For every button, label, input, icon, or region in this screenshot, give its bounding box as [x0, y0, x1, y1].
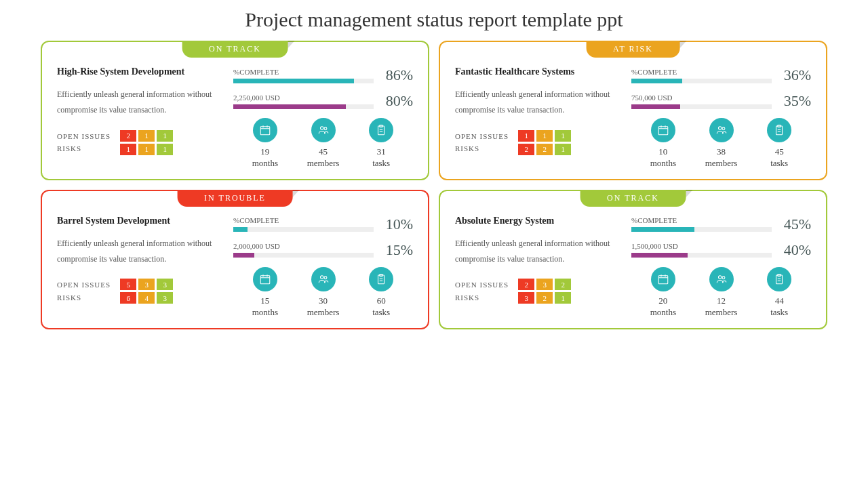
project-desc: Efficiently unleash general information … — [57, 87, 220, 118]
chip: 1 — [157, 130, 173, 142]
open-issues-label: OPEN ISSUES — [57, 279, 111, 291]
complete-pct: 36% — [778, 66, 811, 84]
issues-chips: 211 — [120, 130, 173, 142]
budget-label: 2,000,000 USD — [233, 242, 374, 250]
issues-chips: 232 — [518, 279, 571, 290]
chip: 1 — [157, 144, 173, 155]
members-value: 30members — [294, 296, 353, 319]
status-card: IN TROUBLE Barrel System Development Eff… — [41, 190, 429, 329]
svg-point-10 — [324, 127, 327, 130]
chip: 2 — [536, 292, 553, 304]
svg-point-9 — [320, 127, 323, 130]
status-tab: AT RISK — [586, 41, 680, 58]
budget-bar — [631, 104, 772, 109]
risks-label: RISKS — [57, 291, 111, 304]
complete-label: %COMPLETE — [233, 68, 374, 76]
svg-point-24 — [718, 127, 722, 130]
chip: 1 — [120, 144, 136, 155]
complete-pct: 45% — [778, 216, 811, 233]
chip: 2 — [536, 144, 553, 155]
chip: 3 — [536, 279, 553, 290]
budget-bar — [233, 104, 374, 109]
calendar-icon — [651, 118, 675, 142]
complete-label: %COMPLETE — [631, 216, 772, 224]
budget-pct: 80% — [380, 92, 413, 110]
chip: 1 — [138, 144, 155, 155]
budget-label: 750,000 USD — [631, 94, 772, 102]
chip: 2 — [120, 130, 136, 142]
budget-pct: 15% — [380, 241, 413, 259]
risks-chips: 321 — [518, 292, 571, 304]
svg-point-40 — [324, 277, 327, 279]
chip: 1 — [536, 130, 553, 142]
chip: 1 — [555, 292, 571, 304]
open-issues-label: OPEN ISSUES — [57, 130, 111, 143]
svg-rect-45 — [658, 276, 668, 284]
chip: 5 — [120, 279, 136, 290]
project-title: Fantastic Healthcare Systems — [455, 66, 618, 77]
chip: 2 — [518, 279, 534, 290]
tasks-value: 45tasks — [750, 146, 808, 169]
project-desc: Efficiently unleash general information … — [455, 87, 618, 118]
complete-bar — [233, 79, 374, 83]
project-title: Barrel System Development — [57, 216, 220, 226]
tasks-value: 31tasks — [352, 146, 410, 169]
complete-pct: 10% — [380, 216, 413, 233]
members-value: 38members — [692, 146, 751, 169]
calendar-icon — [651, 267, 675, 291]
page-title: Project management status report templat… — [41, 8, 827, 31]
status-tab: ON TRACK — [182, 41, 288, 58]
members-icon — [311, 267, 336, 291]
chip: 3 — [157, 292, 173, 304]
months-value: 20months — [634, 296, 692, 319]
tasks-value: 60tasks — [352, 296, 410, 319]
members-icon — [311, 118, 336, 142]
months-value: 15months — [236, 296, 294, 319]
svg-rect-15 — [658, 127, 668, 135]
status-card: ON TRACK High-Rise System Development Ef… — [41, 41, 429, 180]
status-card: AT RISK Fantastic Healthcare Systems Eff… — [439, 41, 827, 180]
budget-label: 1,500,000 USD — [631, 242, 772, 250]
members-icon — [709, 267, 734, 291]
svg-point-25 — [722, 127, 725, 130]
issues-chips: 111 — [518, 130, 571, 142]
chip: 1 — [138, 130, 155, 142]
calendar-icon — [253, 267, 277, 291]
chip: 1 — [555, 144, 571, 155]
issues-chips: 533 — [120, 279, 173, 290]
calendar-icon — [253, 118, 277, 142]
risks-label: RISKS — [455, 142, 509, 155]
months-value: 10months — [634, 146, 692, 169]
project-desc: Efficiently unleash general information … — [57, 236, 220, 267]
open-issues-label: OPEN ISSUES — [455, 130, 509, 143]
chip: 3 — [518, 292, 534, 304]
svg-point-54 — [718, 276, 722, 279]
clipboard-icon — [767, 118, 791, 142]
risks-chips: 643 — [120, 292, 173, 304]
svg-rect-30 — [260, 276, 270, 284]
months-value: 19months — [236, 146, 294, 169]
budget-pct: 40% — [778, 241, 811, 259]
complete-pct: 86% — [380, 66, 413, 84]
status-tab: IN TROUBLE — [177, 190, 293, 207]
project-desc: Efficiently unleash general information … — [455, 236, 618, 267]
chip: 4 — [138, 292, 155, 304]
risks-chips: 221 — [518, 144, 571, 155]
status-card: ON TRACK Absolute Energy System Efficien… — [439, 190, 827, 329]
svg-point-55 — [722, 277, 725, 279]
complete-bar — [631, 79, 772, 83]
members-value: 12members — [692, 296, 751, 319]
project-title: High-Rise System Development — [57, 66, 220, 77]
budget-bar — [233, 253, 374, 258]
complete-bar — [233, 227, 374, 232]
chip: 2 — [555, 279, 571, 290]
project-title: Absolute Energy System — [455, 216, 618, 226]
complete-label: %COMPLETE — [233, 216, 374, 224]
chip: 1 — [518, 130, 534, 142]
risks-label: RISKS — [57, 142, 111, 155]
risks-label: RISKS — [455, 291, 509, 304]
chip: 6 — [120, 292, 136, 304]
clipboard-icon — [767, 267, 791, 291]
svg-point-39 — [320, 276, 323, 279]
clipboard-icon — [369, 118, 393, 142]
